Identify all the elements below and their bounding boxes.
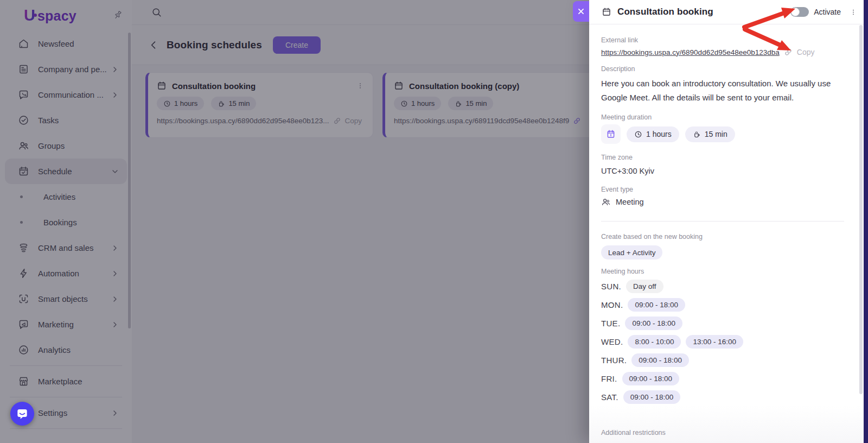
drawer-title: Consultation booking [617, 7, 790, 17]
day-label: MON. [601, 300, 623, 309]
toggle-knob [791, 8, 800, 16]
meeting-hours-row: MON. 09:00 - 18:00 [601, 298, 685, 312]
drawer-scrollbar[interactable] [859, 25, 863, 394]
time-slot-chip: 09:00 - 18:00 [625, 317, 682, 330]
create-based-chip: Lead + Activity [601, 245, 662, 260]
timezone-label: Time zone [601, 154, 633, 161]
day-label: SAT. [601, 393, 618, 402]
time-slot-chip: 13:00 - 16:00 [686, 335, 743, 349]
external-link-label: External link [601, 36, 638, 44]
buffer-chip: 15 min [685, 126, 735, 142]
duration-chip: 1 hours [627, 126, 679, 142]
copy-link-button[interactable]: Copy [797, 48, 815, 56]
booking-details-drawer: Consultation booking Activate External l… [589, 0, 868, 443]
time-slot-chip: 09:00 - 18:00 [623, 390, 681, 404]
people-icon [601, 197, 611, 207]
day-label: TUE. [601, 319, 620, 328]
close-icon [577, 8, 585, 15]
calendar-icon [606, 129, 616, 139]
event-type-value: Meeting [616, 198, 644, 206]
chat-widget-button[interactable] [10, 402, 34, 426]
meeting-hours-label: Meeting hours [601, 268, 644, 275]
activate-label: Activate [814, 8, 841, 16]
day-label: FRI. [601, 374, 617, 383]
meeting-duration-label: Meeting duration [601, 113, 652, 121]
description-text: Here you can book an introductory consul… [601, 77, 841, 105]
clock-icon [634, 130, 642, 138]
time-slot-chip: 09:00 - 18:00 [622, 372, 680, 385]
day-label: WED. [601, 337, 623, 346]
day-label: SUN. [601, 282, 621, 291]
scroll-fade [589, 405, 868, 443]
meeting-hours-row: SAT. 09:00 - 18:00 [601, 390, 680, 404]
drawer-close-button[interactable] [573, 1, 589, 22]
time-slot-chip: 8:00 - 10:00 [628, 335, 681, 349]
meeting-hours-row: TUE. 09:00 - 18:00 [601, 317, 682, 330]
event-type-label: Event type [601, 186, 633, 193]
meeting-hours-row: THUR. 09:00 - 18:00 [601, 353, 689, 367]
modal-backdrop[interactable] [0, 0, 589, 443]
dayoff-chip: Day off [626, 280, 663, 293]
day-label: THUR. [601, 356, 627, 365]
chat-bubble-icon [15, 407, 29, 421]
activate-toggle[interactable] [790, 7, 809, 17]
meeting-hours-row: WED. 8:00 - 10:0013:00 - 16:00 [601, 335, 743, 349]
link-icon[interactable] [784, 48, 793, 56]
divider [601, 221, 844, 221]
time-slot-chip: 09:00 - 18:00 [628, 298, 685, 312]
description-label: Description [601, 65, 635, 73]
external-link[interactable]: https://bookings.uspa.cy/6890dd62d95e48e… [601, 48, 780, 56]
calendar-duration-button[interactable] [601, 124, 621, 144]
drawer-header: Consultation booking Activate [589, 0, 868, 24]
create-based-label: Create based on the new booking [601, 233, 703, 241]
calendar-icon [602, 7, 611, 17]
timezone-value: UTC+3:00 Kyiv [601, 167, 654, 175]
kebab-menu-icon[interactable] [850, 8, 857, 17]
time-slot-chip: 09:00 - 18:00 [631, 353, 689, 367]
meeting-hours-row: SUN. Day off [601, 280, 663, 293]
meeting-hours-row: FRI. 09:00 - 18:00 [601, 372, 679, 385]
window-edge-strip [864, 0, 868, 443]
coffee-cup-icon [693, 130, 701, 138]
additional-restrictions-label: Additional restrictions [601, 429, 666, 436]
